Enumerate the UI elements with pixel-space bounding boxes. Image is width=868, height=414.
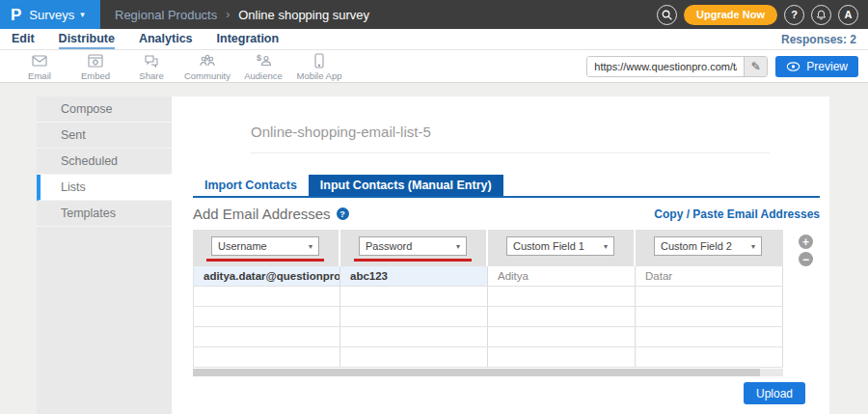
tool-share[interactable]: Share — [123, 52, 179, 81]
list-name-field[interactable]: Online-shopping-email-list-5 — [251, 124, 770, 153]
required-underline — [206, 259, 324, 262]
sidebar-item-templates[interactable]: Templates — [37, 201, 172, 227]
edit-url-button[interactable]: ✎ — [744, 57, 767, 76]
email-icon — [31, 52, 48, 69]
select-value: Password — [366, 240, 412, 252]
copy-paste-email-addresses-link[interactable]: Copy / Paste Email Addresses — [654, 207, 820, 221]
table-row — [193, 347, 783, 368]
cell-email[interactable]: aditya.datar@questionpro.com — [193, 266, 340, 287]
avatar[interactable]: A — [838, 5, 858, 25]
cell-custom-2[interactable]: Datar — [636, 266, 783, 287]
cell-email[interactable] — [193, 287, 340, 307]
cell-custom-2[interactable] — [636, 307, 783, 327]
tool-mobile-app[interactable]: Mobile App — [291, 52, 347, 81]
menu-item-integration[interactable]: Integration — [217, 29, 280, 49]
search-button[interactable] — [657, 5, 677, 25]
tool-email[interactable]: Email — [12, 52, 68, 81]
breadcrumb: Regional Products › Online shopping surv… — [115, 8, 369, 22]
tool-label: Email — [28, 70, 51, 81]
username-column-select[interactable]: Username ▾ — [211, 236, 319, 256]
toolbar-right: ✎ Preview — [586, 56, 858, 77]
remove-row-button[interactable]: − — [799, 252, 813, 266]
cell-custom-1[interactable] — [488, 307, 636, 327]
custom-field-1-column-select[interactable]: Custom Field 1 ▾ — [506, 236, 614, 256]
breadcrumb-separator-icon: › — [226, 8, 230, 21]
eye-icon — [786, 62, 800, 71]
tool-embed[interactable]: Embed — [68, 52, 123, 81]
chevron-down-icon: ▾ — [309, 242, 312, 251]
table-row: aditya.datar@questionpro.com abc123 Adit… — [193, 266, 783, 287]
password-column-select[interactable]: Password ▾ — [359, 236, 467, 256]
sidebar-item-compose[interactable]: Compose — [37, 97, 172, 123]
column-header-custom-field-1: Custom Field 1 ▾ — [488, 230, 636, 266]
scrollbar-thumb[interactable] — [193, 369, 760, 376]
responses-count[interactable]: Responses: 2 — [781, 33, 856, 46]
mobile-app-icon — [311, 52, 328, 69]
cell-password[interactable] — [340, 287, 488, 307]
menu-item-edit[interactable]: Edit — [12, 29, 35, 49]
share-icon — [143, 52, 160, 69]
notifications-button[interactable] — [811, 5, 831, 25]
help-button[interactable]: ? — [784, 5, 804, 25]
sidebar-item-sent[interactable]: Sent — [37, 123, 172, 149]
column-header-username: Username ▾ — [193, 230, 340, 266]
community-icon — [199, 52, 216, 69]
column-header-password: Password ▾ — [340, 230, 488, 266]
chevron-down-icon: ▾ — [751, 242, 755, 251]
preview-button[interactable]: Preview — [775, 56, 858, 77]
upgrade-now-button[interactable]: Upgrade Now — [684, 5, 777, 25]
questionpro-logo-icon: P — [11, 7, 21, 23]
column-header-custom-field-2: Custom Field 2 ▾ — [636, 230, 783, 266]
add-row-button[interactable]: + — [799, 235, 813, 249]
cell-custom-1[interactable]: Aditya — [488, 266, 636, 287]
section-heading-row: Add Email Addresses ? Copy / Paste Email… — [193, 206, 820, 222]
search-icon — [661, 9, 673, 21]
tab-import-contacts[interactable]: Import Contacts — [193, 175, 309, 196]
cell-password[interactable] — [340, 327, 488, 347]
tool-label: Share — [139, 70, 163, 81]
table-row — [193, 287, 783, 307]
table-row — [193, 307, 783, 327]
sidebar-item-scheduled[interactable]: Scheduled — [37, 149, 172, 175]
cell-password[interactable] — [340, 307, 488, 327]
email-sidebar: Compose Sent Scheduled Lists Templates — [37, 97, 172, 414]
screen: P Surveys ▾ Regional Products › Online s… — [0, 0, 868, 414]
lists-card: Compose Sent Scheduled Lists Templates O… — [37, 97, 829, 414]
cell-email[interactable] — [193, 307, 340, 327]
sidebar-item-lists[interactable]: Lists — [37, 175, 172, 201]
cell-email[interactable] — [193, 327, 340, 347]
section-title: Add Email Addresses — [193, 206, 331, 222]
contacts-table: Username ▾ Password ▾ — [193, 230, 783, 368]
cell-custom-2[interactable] — [636, 347, 783, 368]
tab-input-contacts-manual-entry[interactable]: Input Contacts (Manual Entry) — [309, 175, 503, 196]
upload-button[interactable]: Upload — [744, 382, 805, 404]
cell-custom-1[interactable] — [488, 347, 636, 368]
survey-url-input[interactable] — [587, 57, 744, 76]
help-tooltip-icon[interactable]: ? — [337, 207, 349, 220]
cell-custom-2[interactable] — [636, 327, 783, 347]
table-header-row: Username ▾ Password ▾ — [193, 230, 783, 266]
cell-password[interactable] — [340, 347, 488, 368]
chevron-down-icon: ▾ — [456, 242, 460, 251]
cell-custom-1[interactable] — [488, 287, 636, 307]
cell-custom-2[interactable] — [636, 287, 783, 307]
cell-custom-1[interactable] — [488, 327, 636, 347]
cell-password[interactable]: abc123 — [340, 266, 488, 287]
product-switcher[interactable]: P Surveys ▾ — [0, 0, 100, 29]
pencil-icon: ✎ — [751, 60, 761, 73]
survey-url-group: ✎ — [586, 56, 768, 77]
menu-item-analytics[interactable]: Analytics — [139, 29, 193, 49]
tool-label: Embed — [81, 70, 110, 81]
tool-community[interactable]: Community — [179, 52, 235, 81]
menu-item-distribute[interactable]: Distribute — [59, 29, 115, 49]
breadcrumb-parent[interactable]: Regional Products — [115, 8, 217, 22]
cell-email[interactable] — [193, 347, 340, 368]
select-value: Custom Field 2 — [661, 240, 732, 252]
tool-audience[interactable]: $ Audience — [235, 52, 291, 81]
topbar-actions: Upgrade Now ? A — [657, 5, 868, 25]
tool-label: Audience — [244, 70, 283, 81]
required-underline — [354, 259, 472, 262]
custom-field-2-column-select[interactable]: Custom Field 2 ▾ — [654, 236, 762, 256]
select-value: Username — [218, 240, 267, 252]
chevron-down-icon: ▾ — [80, 10, 85, 19]
